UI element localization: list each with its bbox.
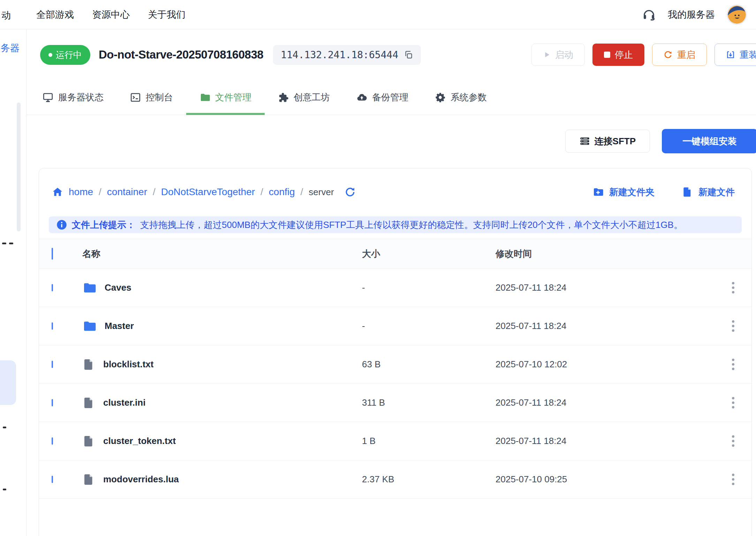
tab-workshop[interactable]: 创意工坊 [265,80,343,115]
server-rack-icon [580,136,590,146]
file-name[interactable]: cluster.ini [103,397,145,408]
start-button-label: 启动 [555,49,573,61]
server-tabs: 服务器状态 控制台 文件管理 创意工坊 [27,80,756,115]
file-manager-content: 连接SFTP 一键模组安装 home / container [27,129,756,536]
topnav-item-clipped[interactable]: 动 [1,9,11,22]
terminal-icon [130,92,141,103]
sidebar-scrollbar[interactable] [17,102,21,231]
tab-label: 系统参数 [451,91,487,104]
tab-server-status[interactable]: 服务器状态 [29,80,117,115]
breadcrumb-link-home[interactable]: home [69,186,93,198]
select-all-checkbox[interactable] [52,248,53,260]
tab-backup[interactable]: 备份管理 [343,80,422,115]
new-file-button[interactable]: 新建文件 [682,186,735,198]
row-checkbox[interactable] [52,476,53,483]
file-name[interactable]: blocklist.txt [103,359,153,370]
file-size: 63 B [362,359,496,370]
stop-button-label: 停止 [615,49,633,61]
upload-tip-banner: 文件上传提示： 支持拖拽上传，超过500MB的大文件建议使用SFTP工具上传以获… [49,216,742,233]
file-toolbar: 连接SFTP 一键模组安装 [27,129,756,153]
row-menu-icon[interactable] [731,472,736,487]
row-menu-icon[interactable] [731,357,736,372]
new-folder-label: 新建文件夹 [609,186,655,198]
connect-sftp-label: 连接SFTP [595,135,636,147]
file-icon [82,435,95,447]
file-name[interactable]: Master [105,321,134,331]
file-icon [82,473,95,486]
file-name[interactable]: cluster_token.txt [103,436,176,446]
breadcrumb-row: home / container / DoNotStarveTogether /… [39,177,751,207]
breadcrumb: home / container / DoNotStarveTogether /… [52,186,356,198]
connect-sftp-button[interactable]: 连接SFTP [565,130,650,153]
table-row-master[interactable]: Master - 2025-07-11 18:24 [39,307,751,345]
breadcrumb-separator: / [99,186,101,198]
breadcrumb-link-config[interactable]: config [269,186,295,198]
file-modified: 2025-07-11 18:24 [496,436,725,446]
tab-label: 文件管理 [215,91,251,104]
status-label: 运行中 [56,49,82,61]
stop-button[interactable]: 停止 [592,44,644,66]
file-icon [82,358,95,371]
restart-button[interactable]: 重启 [652,44,707,66]
row-checkbox[interactable] [52,361,53,368]
reinstall-button[interactable]: 重装 [715,44,756,66]
row-menu-icon[interactable] [731,319,736,333]
top-navigation: 全部游戏 资源中心 关于我们 [36,8,186,21]
server-action-buttons: 启动 停止 重启 重装 [531,44,756,66]
sidebar-dot [9,243,13,244]
tab-file-manager[interactable]: 文件管理 [186,80,265,115]
row-checkbox[interactable] [52,399,53,406]
row-checkbox[interactable] [52,322,53,330]
sidebar-item-clipped[interactable]: 务器 [1,42,20,54]
refresh-icon[interactable] [345,186,356,198]
sidebar-dot [3,427,6,428]
tab-label: 创意工坊 [294,91,330,104]
reinstall-icon [726,50,735,59]
table-row-modoverrides[interactable]: modoverrides.lua 2.37 KB 2025-07-10 09:2… [39,460,751,499]
file-size: 1 B [362,436,496,446]
breadcrumb-separator: / [301,186,303,198]
file-name[interactable]: Caves [105,282,131,293]
table-row-cluster-token[interactable]: cluster_token.txt 1 B 2025-07-11 18:24 [39,422,751,460]
row-menu-icon[interactable] [731,434,736,448]
file-modified: 2025-07-11 18:24 [496,321,725,331]
topbar-right: 我的服务器 [642,5,756,25]
file-name[interactable]: modoverrides.lua [103,474,179,485]
top-navbar: 动 全部游戏 资源中心 关于我们 我的服务器 [0,0,756,29]
start-button[interactable]: 启动 [531,44,585,66]
folder-plus-icon [592,186,604,198]
tab-label: 控制台 [146,91,173,104]
sidebar-dot [3,489,6,490]
home-icon[interactable] [52,186,63,198]
topnav-item-about-us[interactable]: 关于我们 [148,8,186,21]
topnav-item-resource-center[interactable]: 资源中心 [92,8,130,21]
sidebar-dot [2,243,6,244]
avatar[interactable] [727,5,747,25]
row-menu-icon[interactable] [731,396,736,410]
table-row-caves[interactable]: Caves - 2025-07-11 18:24 [39,269,751,307]
tab-label: 备份管理 [372,91,408,104]
file-modified: 2025-07-10 12:02 [496,359,725,370]
tab-console[interactable]: 控制台 [117,80,186,115]
file-modified: 2025-07-10 09:25 [496,474,725,485]
headset-icon[interactable] [642,8,656,22]
file-icon [82,397,95,409]
my-servers-link[interactable]: 我的服务器 [668,8,715,21]
breadcrumb-link-container[interactable]: container [107,186,147,198]
tab-system-params[interactable]: 系统参数 [422,80,500,115]
new-folder-button[interactable]: 新建文件夹 [592,186,655,198]
breadcrumb-separator: / [260,186,263,198]
table-row-cluster-ini[interactable]: cluster.ini 311 B 2025-07-11 18:24 [39,384,751,422]
breadcrumb-link-donotstarvetogether[interactable]: DoNotStarveTogether [161,186,255,198]
left-sidebar-strip: 务器 [0,29,27,536]
row-checkbox[interactable] [52,437,53,445]
row-menu-icon[interactable] [731,281,736,295]
table-row-blocklist[interactable]: blocklist.txt 63 B 2025-07-10 12:02 [39,345,751,384]
tab-label: 服务器状态 [58,91,104,104]
row-checkbox[interactable] [52,284,53,291]
one-click-mod-install-button[interactable]: 一键模组安装 [662,129,756,153]
copy-icon[interactable] [404,50,413,60]
breadcrumb-actions: 新建文件夹 新建文件 [592,186,735,198]
topnav-item-all-games[interactable]: 全部游戏 [36,8,74,21]
main-panel: 运行中 Do-not-Starve-20250708160838 114.132… [27,29,756,536]
